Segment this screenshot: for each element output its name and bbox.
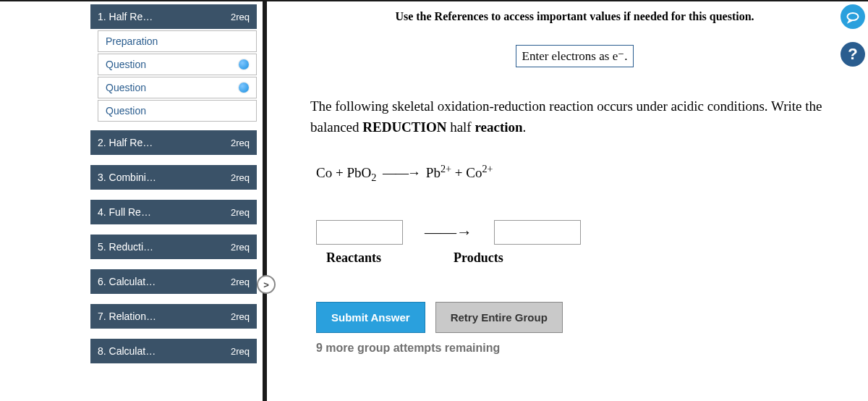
nav-item-1[interactable]: 1. Half Re… 2req — [90, 4, 257, 29]
nav-item-req: 2req — [231, 242, 250, 253]
chevron-right-icon: > — [263, 279, 269, 290]
nav-item-label: 8. Calculat… — [98, 345, 156, 357]
reactants-label: Reactants — [326, 250, 381, 266]
status-dot-icon — [239, 83, 249, 93]
nav-item-label: 2. Half Re… — [98, 137, 153, 148]
nav-item-label: 5. Reducti… — [98, 241, 153, 253]
button-row: Submit Answer Retry Entire Group — [316, 302, 839, 333]
nav-item-label: 1. Half Re… — [98, 11, 153, 22]
nav-item-5[interactable]: 5. Reducti… 2req — [90, 235, 257, 259]
nav-item-label: 3. Combini… — [98, 172, 156, 183]
sidebar: 1. Half Re… 2req Preparation Question Qu… — [83, 1, 257, 401]
products-label: Products — [454, 250, 503, 266]
nav-item-req: 2req — [231, 346, 250, 357]
chat-icon[interactable] — [841, 4, 865, 29]
help-icon[interactable]: ? — [841, 42, 865, 67]
nav-item-req: 2req — [231, 12, 250, 22]
collapse-toggle[interactable]: > — [257, 275, 276, 294]
attempts-text: 9 more group attempts remaining — [316, 342, 839, 355]
nav-item-req: 2req — [231, 138, 250, 148]
answer-row: ——→ — [316, 220, 839, 245]
products-input[interactable] — [494, 220, 581, 245]
status-dot-icon — [239, 59, 249, 69]
sub-item-label: Question — [106, 105, 146, 117]
nav-item-2[interactable]: 2. Half Re… 2req — [90, 130, 257, 155]
nav-item-6[interactable]: 6. Calculat… 2req — [90, 269, 257, 294]
sub-item-preparation[interactable]: Preparation — [98, 30, 257, 52]
nav-item-3[interactable]: 3. Combini… 2req — [90, 165, 257, 190]
nav-item-label: 6. Calculat… — [98, 276, 156, 287]
nav-item-7[interactable]: 7. Relation… 2req — [90, 304, 257, 329]
sub-item-question-1[interactable]: Question — [98, 54, 257, 75]
nav-item-req: 2req — [231, 311, 250, 322]
nav-item-req: 2req — [231, 207, 250, 218]
nav-item-8[interactable]: 8. Calculat… 2req — [90, 339, 257, 363]
labels-row: Reactants Products — [326, 250, 839, 266]
hint-box: Enter electrons as e⁻. — [516, 45, 634, 67]
nav-item-4[interactable]: 4. Full Re… 2req — [90, 200, 257, 224]
reactants-input[interactable] — [316, 220, 403, 245]
content-area: > Use the References to access important… — [263, 1, 868, 401]
references-text: Use the References to access important v… — [310, 10, 839, 23]
equation: Co + PbO2 ——→ Pb2+ + Co2+ — [316, 163, 839, 184]
sub-item-label: Question — [106, 59, 146, 70]
sub-item-label: Preparation — [106, 35, 158, 47]
nav-item-req: 2req — [231, 172, 250, 183]
arrow-icon: ——→ — [425, 223, 472, 242]
submit-button[interactable]: Submit Answer — [316, 302, 425, 333]
question-text: The following skeletal oxidation-reducti… — [310, 96, 839, 138]
sub-item-question-3[interactable]: Question — [98, 100, 257, 122]
nav-item-label: 7. Relation… — [98, 311, 156, 322]
sub-item-question-2[interactable]: Question — [98, 77, 257, 98]
sub-item-label: Question — [106, 82, 146, 93]
nav-item-label: 4. Full Re… — [98, 206, 151, 218]
nav-item-req: 2req — [231, 277, 250, 287]
float-icons: ? — [841, 0, 868, 67]
retry-button[interactable]: Retry Entire Group — [435, 302, 563, 333]
